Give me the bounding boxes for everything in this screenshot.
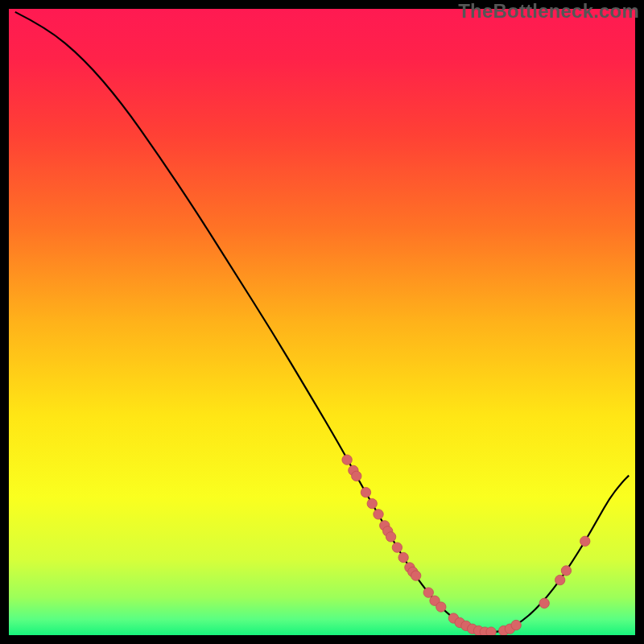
data-marker — [367, 498, 377, 508]
data-marker — [555, 575, 564, 584]
data-marker — [374, 510, 383, 519]
data-marker — [511, 620, 521, 630]
data-marker — [392, 543, 402, 552]
data-marker — [398, 552, 408, 562]
data-marker — [486, 627, 496, 635]
data-marker — [561, 566, 571, 576]
data-marker — [423, 588, 433, 597]
watermark-text: TheBottleneck.com — [458, 0, 639, 23]
data-marker — [361, 487, 370, 497]
data-marker — [436, 602, 446, 612]
gradient-background — [9, 9, 635, 635]
bottleneck-chart — [9, 9, 635, 635]
data-marker — [386, 532, 395, 542]
data-marker — [580, 536, 590, 546]
data-marker — [411, 571, 421, 580]
data-marker — [539, 598, 549, 608]
chart-frame — [9, 9, 635, 635]
data-marker — [342, 455, 352, 464]
data-marker — [352, 471, 361, 481]
